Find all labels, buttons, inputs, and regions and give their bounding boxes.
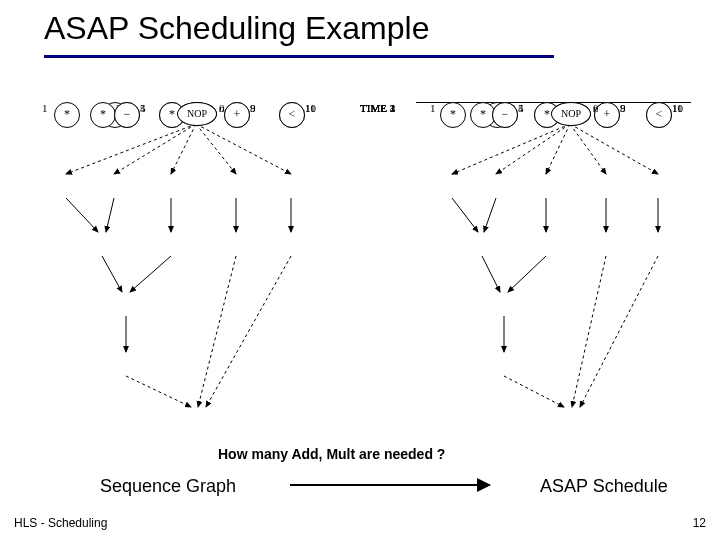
arrow-icon (290, 484, 490, 486)
id: 9 (620, 102, 626, 114)
svg-line-2 (171, 124, 196, 174)
svg-line-29 (504, 376, 564, 407)
schedule-edges (360, 102, 700, 432)
snode-11: < (646, 102, 672, 128)
id: 1 (42, 102, 48, 114)
svg-line-30 (572, 256, 606, 407)
op: − (502, 107, 509, 121)
time-4: TIME 4 (360, 102, 395, 114)
svg-line-14 (198, 256, 236, 407)
svg-line-6 (106, 198, 114, 232)
svg-line-17 (496, 124, 570, 174)
id: 9 (250, 102, 256, 114)
node-3: * (90, 102, 116, 128)
op: < (289, 107, 296, 121)
op: * (450, 107, 456, 121)
sequence-graph: NOP 0 *1 *2 *6 *8 +10 *3 *7 +9 <11 −4 −5… (36, 102, 336, 432)
nop-label: NOP (187, 108, 207, 119)
svg-line-16 (452, 124, 570, 174)
caption-asap: ASAP Schedule (540, 476, 668, 497)
id: 5 (518, 102, 524, 114)
sequence-edges (36, 102, 336, 432)
node-5: − (114, 102, 140, 128)
svg-line-5 (66, 198, 98, 232)
op: < (656, 107, 663, 121)
node-nop-bot: NOP (177, 102, 217, 126)
op: + (604, 107, 611, 121)
id: 1 (430, 102, 436, 114)
svg-line-1 (114, 124, 196, 174)
svg-line-13 (126, 376, 191, 407)
id: 11 (305, 102, 316, 114)
op: * (64, 107, 70, 121)
node-9: + (224, 102, 250, 128)
svg-line-15 (206, 256, 291, 407)
id: 5 (140, 102, 146, 114)
footer-title: HLS - Scheduling (14, 516, 107, 530)
svg-line-10 (102, 256, 122, 292)
svg-line-0 (66, 124, 196, 174)
nop-id: n (593, 102, 599, 114)
snode-5: − (492, 102, 518, 128)
svg-line-4 (196, 124, 291, 174)
svg-line-3 (196, 124, 236, 174)
page-number: 12 (693, 516, 706, 530)
svg-line-22 (484, 198, 496, 232)
svg-line-18 (546, 124, 570, 174)
slide: { "title": "ASAP Scheduling Example", "q… (0, 0, 720, 540)
op: * (169, 107, 175, 121)
page-title: ASAP Scheduling Example (44, 10, 429, 47)
asap-schedule: TIME 1 TIME 2 TIME 3 TIME 4 NOP 0 *1 *2 … (360, 102, 700, 432)
svg-line-11 (130, 256, 171, 292)
id: 11 (672, 102, 683, 114)
title-underline (44, 55, 554, 58)
op: + (234, 107, 241, 121)
svg-line-26 (482, 256, 500, 292)
nop-id: n (219, 102, 225, 114)
snode-nop-bot: NOP (551, 102, 591, 126)
op: − (124, 107, 131, 121)
question-text: How many Add, Mult are needed ? (218, 446, 445, 462)
caption-sequence: Sequence Graph (100, 476, 236, 497)
svg-line-21 (452, 198, 478, 232)
svg-line-31 (580, 256, 658, 407)
snode-1: * (440, 102, 466, 128)
op: * (480, 107, 486, 121)
svg-line-20 (570, 124, 658, 174)
svg-line-19 (570, 124, 606, 174)
svg-line-27 (508, 256, 546, 292)
node-11: < (279, 102, 305, 128)
op: * (544, 107, 550, 121)
node-1: * (54, 102, 80, 128)
nop-label: NOP (561, 108, 581, 119)
op: * (100, 107, 106, 121)
